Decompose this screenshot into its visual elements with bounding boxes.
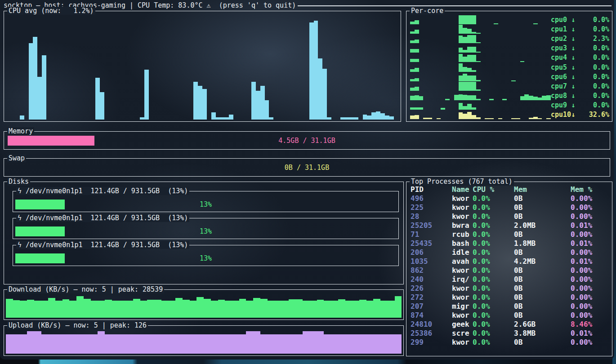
process-mempct: 0.00% [571,230,610,239]
disk-title: ϟ /dev/nvme0n1p1 121.4GB / 931.5GB (13%) [16,214,189,222]
core-label: cpu3 ↓0.0% [551,44,609,53]
upload-bar [359,334,366,354]
process-mem: 0B [514,266,571,275]
upload-bar [154,334,161,354]
process-row: 207migr0.0%0B0.00% [411,302,610,311]
memory-gauge-label: 4.5GB / 31.1GB [8,136,606,146]
download-bar [20,301,27,318]
core-sparkline [410,62,551,71]
upload-bar [112,334,119,354]
upload-bar [105,334,112,354]
download-bar [338,299,345,318]
process-mempct: 0.00% [571,266,610,275]
col-header-mempct: Mem % [571,185,610,194]
process-mem: 0B [514,338,571,347]
cpu-avg-bar [42,55,46,120]
core-spark-bar [459,82,463,91]
process-row: 272kwor0.0%0B0.00% [411,293,610,302]
cpu-avg-bar [349,117,354,120]
upload-bar [6,334,13,354]
core-spark-bar [423,118,428,119]
core-name: cpu3 ↓ [551,44,575,53]
core-spark-bar [467,55,472,62]
upload-bar [395,334,402,354]
upload-panel-title: Upload (KB/s) — now: 5 | peak: 126 [7,321,148,329]
download-bar [154,300,161,318]
process-mempct: 0.00% [571,203,610,212]
core-spark-bar [459,48,463,53]
disk-gauge-label: 13% [15,253,396,263]
process-mem: 2.0MB [514,221,571,230]
core-sparkline [410,91,551,100]
core-usage-value: 0.0% [593,25,609,34]
core-name: cpu6 ↓ [551,72,575,81]
core-spark-bar [529,118,533,119]
core-row: cpu1 ↓0.0% [410,24,609,34]
core-row: cpu5 ↓0.0% [410,62,609,71]
disks-panel: Disks ϟ /dev/nvme0n1p1 121.4GB / 931.5GB… [4,182,404,284]
download-bar [169,301,176,318]
screen: socktop — host: cachyos-gaming | CPU Tem… [0,0,616,364]
process-row: 1035avah0.0%4.2MB0.01% [411,257,610,266]
cpu-avg-bar [95,78,100,120]
cpu-avg-bar [229,115,233,120]
core-spark-bar [520,96,525,100]
terminal-window[interactable]: socktop — host: cachyos-gaming | CPU Tem… [0,0,614,360]
process-pid: 874 [411,311,452,320]
core-label: cpu7 ↓0.0% [551,82,609,91]
core-spark-bar [542,96,546,100]
process-mem: 1.8MB [514,239,571,248]
process-mempct: 0.00% [571,212,610,221]
process-mem: 3.8MB [514,329,571,338]
core-spark-bar [463,106,467,110]
download-bar [303,301,310,318]
cpu-avg-chart [6,18,398,120]
download-chart [6,293,402,318]
upload-bar [218,334,225,354]
core-spark-bar [476,117,481,119]
download-bar [324,301,331,318]
process-mempct: 8.46% [571,320,610,329]
process-pid: 272 [411,293,452,302]
download-bar [317,300,324,318]
upload-bar [310,331,317,354]
core-sparkline [410,53,551,62]
download-bar [373,299,380,318]
cpu-avg-bar [256,91,260,120]
cpu-avg-bar [224,117,229,120]
core-spark-bar [472,115,476,119]
upload-bar [373,334,380,354]
swap-panel-title: Swap [7,154,26,162]
disk-usage-text: 121.4GB / 931.5GB (13%) [83,214,188,222]
process-mempct: 0.00% [571,338,610,347]
core-name: cpu9 ↓ [551,101,575,110]
cpu-avg-bar [314,21,318,120]
upload-bar [190,334,197,354]
download-bar [345,301,353,318]
process-row: 71rcub0.0%0B0.00% [411,230,610,239]
download-bar [175,298,183,318]
core-label: cpu1 ↓0.0% [551,25,609,34]
col-header-pid: PID [411,185,452,194]
upload-bar [76,334,84,354]
process-mempct: 0.00% [571,194,610,203]
process-cpu: 0.0% [473,266,514,275]
download-bar [6,299,13,318]
core-spark-bar [472,82,476,90]
core-label: cpu4 ↓0.0% [551,53,609,62]
download-bar [253,298,260,318]
cpu-avg-bar [363,115,367,120]
disk-title: ϟ /dev/nvme0n1p1 121.4GB / 931.5GB (13%) [16,187,189,195]
download-bar [295,299,303,318]
upload-bar [27,331,34,354]
core-spark-bar [437,118,441,120]
cpu-avg-bar [33,37,37,120]
core-spark-bar [415,95,419,100]
cpu-avg-bar [389,116,394,120]
core-spark-bar [459,75,463,81]
process-cpu: 0.0% [473,320,514,329]
cpu-avg-bar [20,115,24,120]
memory-gauge: 4.5GB / 31.1GB [8,136,606,146]
download-bar [27,300,34,318]
process-row: 226kwor0.0%0B0.00% [411,284,610,293]
